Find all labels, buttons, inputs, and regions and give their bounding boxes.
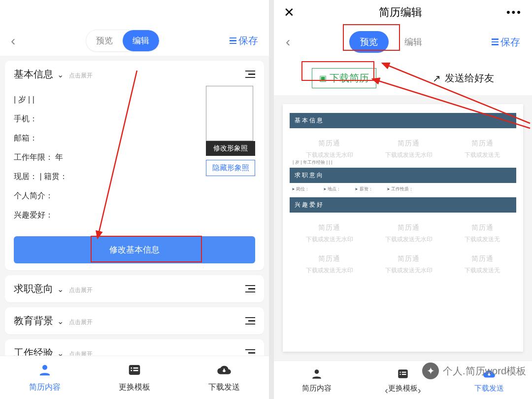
menu-icon — [492, 38, 499, 45]
expand-hint: 点击展开 — [69, 319, 93, 326]
back-button[interactable]: ‹ — [11, 33, 15, 49]
page-prev[interactable]: ‹ — [385, 385, 388, 396]
section-basic: 基本信息 — [290, 113, 516, 128]
hide-photo-button[interactable]: 隐藏形象照 — [206, 160, 255, 176]
svg-rect-5 — [133, 370, 138, 371]
tab-send[interactable]: 下载发送 — [446, 361, 532, 399]
card-menu-icon[interactable] — [245, 349, 255, 356]
tab-template[interactable]: 更换模板 — [90, 356, 179, 399]
card-menu-icon[interactable] — [245, 285, 255, 293]
photo-caption[interactable]: 修改形象照 — [206, 141, 255, 156]
tabbar: 简历内容 更换模板 下载发送 — [0, 356, 269, 399]
page-next[interactable]: › — [418, 385, 421, 396]
chevron-down-icon: ⌄ — [57, 317, 64, 326]
page-title: 简历编辑 — [379, 5, 422, 20]
photo-placeholder[interactable] — [206, 86, 253, 141]
download-resume-button[interactable]: ▣ 下载简历 — [312, 68, 376, 88]
close-icon[interactable]: ✕ — [284, 5, 295, 20]
send-friend-button[interactable]: ↗ 发送给好友 — [432, 72, 494, 85]
card-menu-icon[interactable] — [245, 71, 255, 78]
svg-rect-4 — [131, 370, 133, 371]
job-meta-row: 岗位： 地点： 薪资： 工作性质： — [290, 183, 516, 195]
list-icon — [127, 363, 142, 379]
pill-edit[interactable]: 编辑 — [123, 30, 159, 51]
save-label: 保存 — [238, 34, 258, 47]
card-title-job: 求职意向 — [14, 283, 53, 294]
field-work-years: 工作年限： 年 — [14, 152, 206, 163]
tab-content[interactable]: 简历内容 — [274, 361, 360, 399]
card-work-exp[interactable]: 工作经验 ⌄ 点击展开 — [5, 339, 264, 356]
card-edu-bg[interactable]: 教育背景 ⌄ 点击展开 — [5, 307, 264, 334]
svg-rect-11 — [400, 374, 401, 375]
card-title-work: 工作经验 — [14, 347, 53, 356]
file-icon: ▣ — [319, 73, 327, 83]
card-job-intent[interactable]: 求职意向 ⌄ 点击展开 — [5, 275, 264, 302]
cloud-download-icon — [217, 363, 232, 379]
save-button[interactable]: 保存 — [492, 36, 520, 49]
card-basic-info: 基本信息 ⌄ 点击展开 | 岁 | | 手机： 邮箱： 工作年限： 年 现居： … — [5, 61, 264, 270]
svg-rect-9 — [400, 371, 401, 372]
person-icon — [310, 367, 323, 382]
svg-point-0 — [42, 365, 47, 370]
pill-preview[interactable]: 预览 — [349, 31, 389, 53]
menu-icon — [230, 37, 236, 44]
section-hobby: 兴趣爱好 — [290, 197, 516, 213]
list-icon — [397, 367, 409, 382]
svg-rect-10 — [402, 371, 406, 372]
resume-preview-doc: 基本信息 简历通下载或发送无水印 简历通下载或发送无水印 简历通下载或发送无 |… — [283, 104, 523, 352]
card-menu-icon[interactable] — [245, 317, 255, 325]
field-residence: 现居： | 籍贯： — [14, 172, 206, 182]
card-title-edu: 教育背景 — [14, 315, 53, 326]
field-age: | 岁 | | — [14, 95, 206, 105]
chevron-down-icon: ⌄ — [57, 285, 64, 293]
svg-point-7 — [315, 369, 319, 374]
tab-send[interactable]: 下载发送 — [179, 356, 269, 399]
svg-rect-3 — [133, 367, 138, 369]
back-button[interactable]: ‹ — [286, 34, 290, 50]
svg-rect-12 — [402, 374, 406, 375]
field-email: 邮箱： — [14, 133, 206, 144]
person-icon — [37, 363, 52, 379]
field-hobby: 兴趣爱好： — [14, 210, 206, 220]
chevron-down-icon: ⌄ — [57, 349, 64, 356]
edit-basic-button[interactable]: 修改基本信息 — [14, 236, 255, 263]
more-icon[interactable]: ••• — [506, 6, 522, 19]
share-icon: ↗ — [432, 73, 441, 84]
pill-preview[interactable]: 预览 — [86, 30, 123, 51]
mode-toggle: 预览 编辑 — [349, 31, 433, 53]
svg-rect-2 — [131, 367, 133, 369]
field-phone: 手机： — [14, 114, 206, 124]
expand-hint: 点击展开 — [69, 351, 93, 356]
expand-hint: 点击展开 — [69, 72, 93, 79]
chevron-down-icon[interactable]: ⌄ — [57, 71, 64, 79]
pill-edit[interactable]: 编辑 — [394, 31, 433, 53]
tab-content[interactable]: 简历内容 — [0, 356, 90, 399]
section-job-intent: 求职意向 — [290, 168, 516, 183]
paginator: ‹ › — [385, 385, 421, 396]
field-intro: 个人简介： — [14, 191, 206, 201]
save-button[interactable]: 保存 — [230, 34, 258, 47]
cloud-download-icon — [483, 367, 496, 382]
mode-toggle: 预览 编辑 — [86, 30, 160, 52]
expand-hint: 点击展开 — [69, 287, 93, 293]
card-title-basic: 基本信息 — [14, 69, 53, 79]
